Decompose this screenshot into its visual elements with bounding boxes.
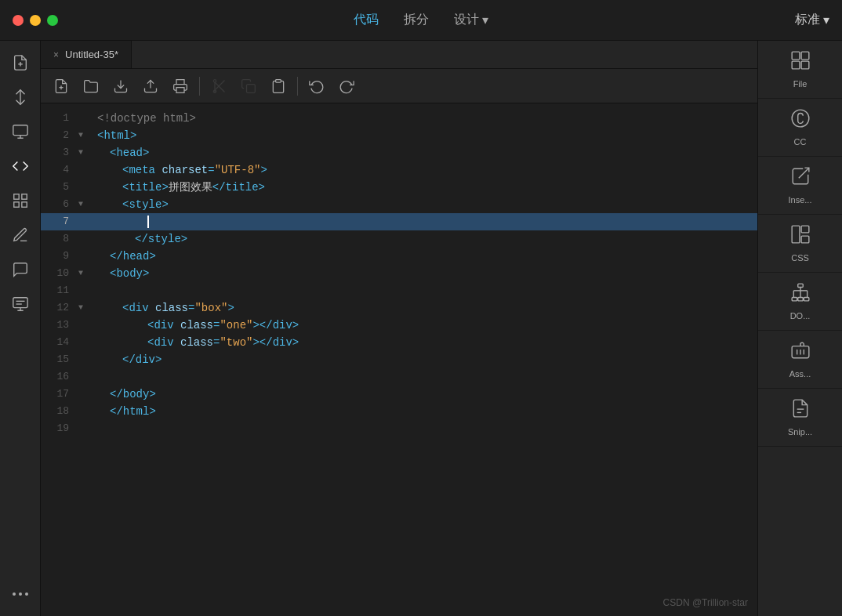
svg-rect-26 — [247, 84, 256, 92]
svg-rect-3 — [13, 125, 27, 136]
file-panel-btn[interactable]: File — [758, 41, 842, 99]
maximize-window-btn[interactable] — [47, 15, 58, 26]
activity-new-doc[interactable] — [5, 47, 36, 78]
dom-panel-btn[interactable]: DO... — [758, 273, 842, 331]
line-num-19: 19 — [41, 420, 78, 437]
watermark: CSDN @Trillion-star — [663, 597, 748, 608]
redo-btn[interactable] — [332, 72, 361, 100]
insert-panel-btn[interactable]: Inse... — [758, 157, 842, 215]
svg-point-32 — [792, 110, 809, 127]
file-panel-label: File — [793, 79, 808, 89]
insert-panel-icon — [790, 166, 811, 192]
svg-rect-39 — [797, 298, 803, 301]
assets-panel-label: Ass... — [789, 369, 811, 379]
line-num-9: 9 — [41, 248, 78, 265]
line-content-7 — [91, 213, 757, 230]
svg-rect-40 — [804, 298, 809, 301]
dom-panel-label: DO... — [790, 311, 811, 321]
line-num-13: 13 — [41, 317, 78, 334]
code-line-3: 3 ▼ <head> — [41, 144, 757, 161]
standard-label: 标准 — [795, 12, 820, 28]
activity-comment[interactable] — [5, 254, 36, 285]
open-folder-btn[interactable] — [77, 72, 105, 100]
code-line-15: 15 </div> — [41, 351, 757, 368]
svg-rect-31 — [801, 61, 809, 69]
nav-split[interactable]: 拆分 — [404, 12, 429, 28]
css-panel-btn[interactable]: CSS — [758, 215, 842, 273]
cut-btn[interactable] — [205, 72, 233, 100]
line-content-6: <style> — [91, 196, 757, 213]
tab-name: Untitled-35* — [65, 49, 118, 60]
line-content-13: <div class="one"></div> — [91, 317, 757, 334]
print-btn[interactable] — [166, 72, 194, 100]
svg-line-33 — [798, 168, 808, 178]
right-panel: File CC Inse... — [757, 41, 842, 616]
tab-close-btn[interactable]: × — [53, 49, 59, 60]
svg-rect-8 — [21, 202, 26, 207]
code-line-12: 12 ▼ <div class="box"> — [41, 299, 757, 317]
cc-panel-label: CC — [794, 137, 807, 147]
activity-preview[interactable] — [5, 116, 36, 147]
activity-transform[interactable] — [5, 185, 36, 216]
separator-2 — [297, 77, 298, 96]
titlebar-standard[interactable]: 标准 ▾ — [795, 12, 829, 28]
activity-upload-download[interactable] — [5, 82, 36, 113]
activity-bar — [0, 41, 41, 616]
standard-arrow: ▾ — [823, 13, 829, 27]
nav-design[interactable]: 设计 ▾ — [454, 12, 488, 28]
svg-point-14 — [19, 592, 22, 596]
css-panel-label: CSS — [791, 253, 809, 263]
code-editor[interactable]: 1 <!doctype html> 2 ▼ <html> 3 ▼ <head> … — [41, 103, 757, 616]
new-file-btn[interactable] — [47, 72, 75, 100]
line-num-11: 11 — [41, 282, 78, 299]
activity-link[interactable] — [5, 288, 36, 320]
cc-panel-btn[interactable]: CC — [758, 99, 842, 157]
line-num-2: 2 — [41, 127, 78, 144]
svg-rect-30 — [792, 61, 800, 69]
line-content-5: <title>拼图效果</title> — [91, 179, 757, 196]
svg-rect-29 — [801, 52, 809, 60]
activity-edit[interactable] — [5, 219, 36, 251]
code-line-6: 6 ▼ <style> — [41, 196, 757, 213]
standard-dropdown[interactable]: 标准 ▾ — [795, 12, 829, 28]
code-line-11: 11 — [41, 282, 757, 299]
line-num-12: 12 — [41, 299, 78, 317]
assets-panel-btn[interactable]: Ass... — [758, 331, 842, 389]
svg-rect-7 — [21, 194, 26, 199]
activity-code[interactable] — [5, 150, 36, 182]
code-line-5: 5 <title>拼图效果</title> — [41, 179, 757, 196]
line-content-8: </style> — [91, 230, 757, 248]
line-num-10: 10 — [41, 265, 78, 282]
activity-more[interactable] — [5, 578, 36, 610]
line-content-3: <head> — [91, 144, 757, 161]
css-panel-icon — [790, 224, 811, 250]
line-num-5: 5 — [41, 179, 78, 196]
copy-btn[interactable] — [234, 72, 263, 100]
line-content-9: </head> — [91, 248, 757, 265]
code-line-9: 9 </head> — [41, 248, 757, 265]
svg-rect-20 — [176, 87, 184, 92]
line-content-15: </div> — [91, 351, 757, 368]
line-num-16: 16 — [41, 368, 78, 386]
undo-btn[interactable] — [303, 72, 331, 100]
toolbar — [41, 69, 757, 103]
get-btn[interactable] — [107, 72, 135, 100]
svg-rect-27 — [276, 79, 281, 82]
nav-code[interactable]: 代码 — [354, 12, 379, 28]
line-num-14: 14 — [41, 334, 78, 351]
snippets-panel-btn[interactable]: Snip... — [758, 389, 842, 447]
minimize-window-btn[interactable] — [30, 15, 41, 26]
insert-panel-label: Inse... — [789, 195, 812, 205]
code-line-19: 19 — [41, 420, 757, 437]
svg-rect-10 — [13, 298, 27, 308]
code-line-17: 17 </body> — [41, 386, 757, 403]
cc-panel-icon — [790, 108, 811, 134]
put-btn[interactable] — [136, 72, 165, 100]
svg-point-22 — [213, 79, 216, 82]
line-num-4: 4 — [41, 161, 78, 179]
close-window-btn[interactable] — [13, 15, 24, 26]
code-line-16: 16 — [41, 368, 757, 386]
paste-btn[interactable] — [264, 72, 292, 100]
titlebar: 代码 拆分 设计 ▾ 标准 ▾ — [0, 0, 842, 41]
editor-tab[interactable]: × Untitled-35* — [41, 41, 132, 68]
